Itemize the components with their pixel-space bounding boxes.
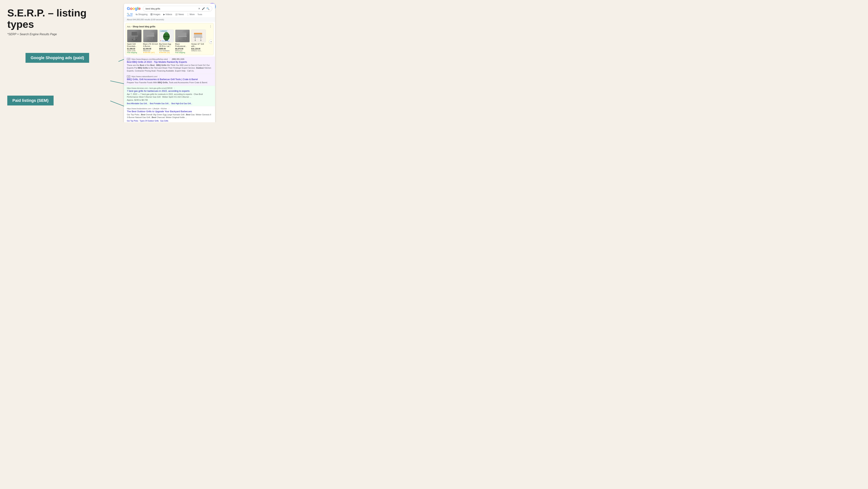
shop-item-shipping-1: Free shipping — [127, 52, 142, 54]
ad-url-1: https://www.bbqguys.com/bbq-grills/top-r… — [131, 58, 168, 60]
org-links-2: Our Top Picks Types Of Outdoor Grills Ga… — [127, 120, 212, 122]
pickup-label: 📍 Pick up today — [160, 40, 169, 42]
sem-label: Paid listings (SEM) — [7, 96, 54, 106]
shop-item-seller-1: Spark Grills — [127, 50, 142, 52]
svg-rect-18 — [163, 36, 170, 37]
ad-listing-2: Ad https://www.crateandbarrel.com/ ⋮ BBQ… — [124, 74, 215, 86]
svg-point-34 — [200, 40, 202, 41]
svg-point-8 — [132, 39, 133, 40]
shop-item-stars-3: ★★★★★ (43) — [159, 52, 174, 54]
org-title-2[interactable]: The Best Outdoor Grills to Upgrade Your … — [127, 110, 212, 113]
shop-item-shipping-4: Free shipping — [175, 52, 190, 54]
svg-rect-4 — [132, 32, 137, 36]
shop-item-3[interactable]: CURBSIDE 📍 Pick up today Big Green Egg 1… — [159, 30, 174, 54]
org-meta-2: https://www.foodandwine.com › Lifestyle … — [127, 108, 212, 110]
clear-icon[interactable]: ✕ — [198, 7, 200, 10]
org-link-2c[interactable]: Gas Grills — [160, 120, 168, 122]
svg-rect-5 — [131, 36, 138, 36]
ad-title-2[interactable]: BBQ Grills, Grill Accessories & Barbecue… — [127, 78, 212, 81]
shop-item-seller-5: Williams-Son... — [191, 50, 206, 52]
shop-item-seller-2: BBQGuys — [143, 50, 158, 52]
nav-news[interactable]: 📰 News — [175, 13, 184, 16]
page-title: S.E.R.P. – listing types — [7, 7, 98, 30]
ad-meta-2: Ad https://www.crateandbarrel.com/ ⋮ — [127, 75, 212, 78]
org-link-1a[interactable]: Best Affordable Gas Grill... — [127, 103, 150, 105]
search-row: Google best bbq grills ✕ 🎤 🔍 — [127, 6, 212, 11]
org-desc-1: Apr 7, 2022 — 7 best gas grills for cook… — [127, 93, 212, 98]
shop-item-name-5: Hestan 42" Grill with... — [191, 43, 206, 48]
org-link-2b[interactable]: Types Of Outdoor Grills — [140, 120, 160, 122]
ad-title-1[interactable]: Best BBQ Grills of 2022 - Top Models Ran… — [127, 61, 212, 63]
shop-chevron-btn[interactable]: » — [209, 39, 212, 44]
ad-badge-2: Ad — [127, 75, 130, 78]
svg-rect-10 — [147, 32, 154, 36]
ad-phone-1: (888) 655-1026 — [172, 58, 184, 60]
shop-item-price-2: $2,949.98 — [143, 48, 158, 50]
shop-item-4[interactable]: Blaze Professional... $6,879.98 BBQGuys … — [175, 30, 190, 54]
svg-line-13 — [152, 36, 153, 40]
org-url-1: https://www.nbcnews.com › best-gas-grill… — [127, 87, 173, 89]
org-price-1: Approx. $249 to $8,739 — [127, 99, 212, 102]
shop-item-2[interactable]: Blaze LTE 32-Inch 4-Burner... $2,949.98 … — [143, 30, 158, 54]
left-panel: S.E.R.P. – listing types *SERP = Search … — [7, 7, 98, 47]
svg-rect-11 — [146, 36, 154, 36]
ads-header: Ads · Shop best bbq grills ⋮ — [127, 25, 212, 28]
search-bar[interactable]: best bbq grills ✕ 🎤 🔍 — [143, 6, 212, 11]
shop-item-img-5 — [191, 30, 206, 42]
ad-options-icon-1[interactable]: ⋮ — [169, 58, 171, 60]
ads-label-row: Ads · Shop best bbq grills — [127, 25, 155, 28]
org-meta-1: https://www.nbcnews.com › best-gas-grill… — [127, 87, 212, 89]
shop-item-5[interactable]: Hestan 42" Grill with... $16,128.00 Will… — [191, 30, 206, 54]
ad-badge-1: Ad — [127, 58, 130, 60]
shop-item-name-2: Blaze LTE 32-Inch 4-Burner... — [143, 43, 158, 48]
organic-result-1: https://www.nbcnews.com › best-gas-grill… — [124, 86, 215, 106]
search-query: best bbq grills — [146, 7, 160, 10]
shop-item-img-1 — [127, 30, 142, 42]
svg-point-27 — [185, 40, 186, 41]
shop-items-list: Spark Grill Essentials... $1,099.00 Spar… — [127, 30, 212, 54]
shop-item-price-3: $999.99 — [159, 48, 174, 50]
svg-point-20 — [164, 32, 168, 34]
org-title-1[interactable]: 7 best gas grills for barbecues in 2022,… — [127, 90, 212, 92]
nav-shopping[interactable]: 🛍 Shopping — [135, 13, 148, 16]
ad-desc-1: These are the Best of the Best · BBQ Gri… — [127, 64, 212, 72]
results-count: About 644,000,000 results (0.69 seconds) — [124, 18, 215, 22]
org-link-2a[interactable]: Our Top Picks — [127, 120, 140, 122]
shop-item-price-1: $1,099.00 — [127, 48, 142, 50]
search-icons: ✕ 🎤 🔍 — [198, 7, 210, 10]
svg-rect-21 — [179, 32, 186, 36]
shop-item-img-3: CURBSIDE 📍 Pick up today — [159, 30, 174, 42]
org-desc-2: Our Top Picks ; Best Overall: Big Green … — [127, 113, 212, 119]
label-row-sem: Paid listings (SEM) — [7, 96, 89, 120]
search-icon[interactable]: 🔍 — [206, 7, 210, 10]
svg-point-9 — [135, 39, 137, 40]
ad-url-2: https://www.crateandbarrel.com/ — [131, 76, 157, 78]
shopping-label: Google Shopping ads (paid) — [26, 53, 89, 63]
shop-item-1[interactable]: Spark Grill Essentials... $1,099.00 Spar… — [127, 30, 142, 54]
org-options-1[interactable]: ⋮ — [174, 87, 175, 89]
page-subtitle: *SERP = Search Engine Results Page — [7, 33, 98, 36]
search-nav: 🔍 All 🛍 Shopping 🖼 Images ▶ Videos 📰 New… — [127, 13, 212, 16]
org-link-1c[interactable]: Best High-End Gas Grill... — [171, 103, 192, 105]
svg-rect-29 — [194, 33, 202, 34]
nav-all[interactable]: 🔍 All — [127, 13, 132, 16]
svg-line-12 — [148, 36, 149, 40]
mic-icon[interactable]: 🎤 — [202, 7, 205, 10]
ads-more-icon[interactable]: ⋮ — [209, 25, 212, 28]
shop-item-price-5: $16,128.00 — [191, 48, 206, 50]
shop-item-name-4: Blaze Professional... — [175, 43, 190, 48]
org-options-2[interactable]: ⋮ — [168, 108, 170, 110]
svg-point-15 — [148, 39, 149, 41]
nav-videos[interactable]: ▶ Videos — [163, 13, 172, 16]
ad-options-icon-2[interactable]: ⋮ — [159, 76, 160, 78]
shop-item-seller-3: Ace Hardware — [159, 50, 174, 52]
ad-desc-2: Prepare Your Favorite Foods With BBQ Gri… — [127, 81, 212, 84]
shop-item-name-1: Spark Grill Essentials... — [127, 43, 142, 48]
nav-tools[interactable]: Tools — [197, 13, 202, 16]
ads-title: · Shop best bbq grills — [131, 25, 155, 28]
org-link-1b[interactable]: Best Portable Gas Grill... — [150, 103, 171, 105]
nav-images[interactable]: 🖼 Images — [150, 13, 160, 16]
svg-rect-30 — [193, 37, 203, 37]
nav-more[interactable]: ⋮ More — [187, 13, 195, 16]
shop-item-price-4: $6,879.98 — [175, 48, 190, 50]
